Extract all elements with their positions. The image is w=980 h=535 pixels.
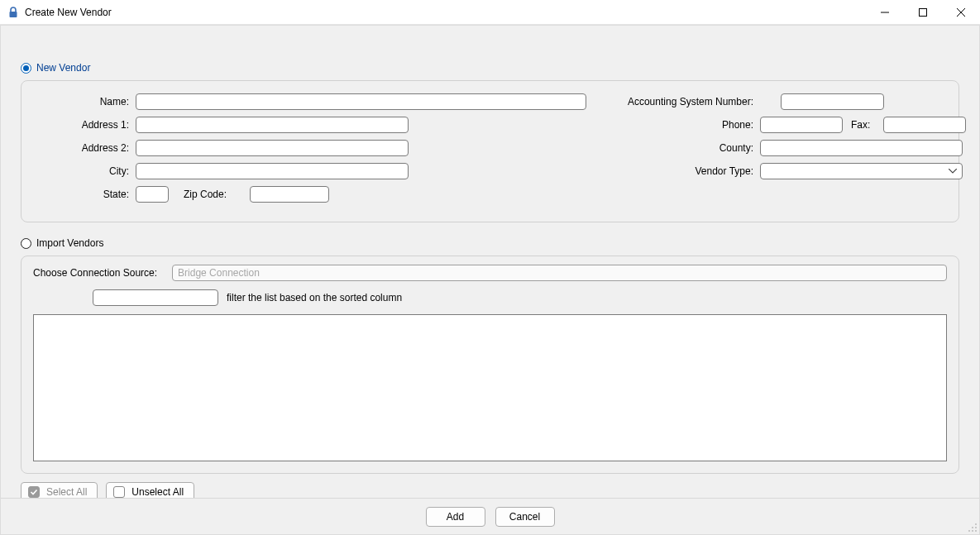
zip-input[interactable] — [250, 186, 329, 203]
filter-input[interactable] — [93, 289, 218, 306]
address2-input[interactable] — [136, 140, 409, 156]
add-button[interactable]: Add — [426, 507, 485, 527]
county-input[interactable] — [760, 140, 963, 156]
acct-label: Accounting System Number: — [619, 96, 760, 107]
client-area: New Vendor Name: Address 1: Address 2: — [0, 25, 980, 535]
select-all-label: Select All — [46, 486, 87, 498]
phone-input[interactable] — [760, 117, 843, 133]
svg-point-10 — [975, 530, 977, 532]
acct-input[interactable] — [781, 93, 884, 110]
connection-source-select[interactable]: Bridge Connection — [172, 265, 947, 281]
fax-label: Fax: — [851, 119, 877, 131]
connection-source-label: Choose Connection Source: — [33, 267, 157, 279]
svg-point-7 — [975, 527, 977, 528]
checkbox-empty-icon — [113, 486, 125, 498]
fax-input[interactable] — [883, 117, 966, 133]
content-area: New Vendor Name: Address 1: Address 2: — [1, 26, 979, 498]
right-column: Accounting System Number: Phone: Fax: Co… — [619, 93, 966, 208]
svg-point-6 — [972, 527, 973, 528]
name-label: Name: — [36, 96, 136, 107]
svg-rect-0 — [10, 12, 17, 17]
filter-hint: filter the list based on the sorted colu… — [227, 292, 402, 303]
vendor-type-select[interactable] — [760, 163, 963, 179]
titlebar: Create New Vendor — [0, 0, 980, 25]
svg-point-5 — [975, 523, 977, 525]
cancel-button[interactable]: Cancel — [495, 507, 555, 527]
state-input[interactable] — [136, 186, 169, 203]
resize-grip-icon[interactable] — [966, 521, 978, 533]
state-label: State: — [36, 189, 136, 200]
address2-label: Address 2: — [36, 142, 136, 154]
checkbox-checked-icon — [28, 486, 40, 498]
phone-label: Phone: — [619, 119, 760, 131]
address1-input[interactable] — [136, 117, 409, 133]
vendor-type-label: Vendor Type: — [619, 165, 760, 177]
import-vendors-group: Choose Connection Source: Bridge Connect… — [21, 256, 959, 474]
window-title: Create New Vendor — [25, 7, 112, 18]
county-label: County: — [619, 142, 760, 154]
new-vendor-radio-row[interactable]: New Vendor — [21, 62, 959, 74]
import-vendors-radio[interactable] — [21, 238, 31, 249]
import-vendors-radio-label: Import Vendors — [36, 237, 103, 249]
city-input[interactable] — [136, 163, 409, 179]
minimize-button[interactable] — [866, 0, 904, 25]
maximize-button[interactable] — [904, 0, 942, 25]
new-vendor-radio[interactable] — [21, 63, 31, 74]
lock-icon — [7, 6, 20, 19]
unselect-all-label: Unselect All — [131, 486, 184, 498]
name-input[interactable] — [136, 93, 586, 110]
new-vendor-group: Name: Address 1: Address 2: City: — [21, 80, 959, 222]
address1-label: Address 1: — [36, 119, 136, 131]
svg-point-9 — [972, 530, 973, 532]
svg-point-8 — [968, 530, 970, 532]
zip-label: Zip Code: — [184, 189, 233, 200]
svg-rect-2 — [920, 8, 927, 16]
footer: Add Cancel — [1, 498, 979, 534]
vendors-list[interactable] — [33, 314, 947, 461]
close-button[interactable] — [942, 0, 980, 25]
city-label: City: — [36, 165, 136, 177]
import-vendors-radio-row[interactable]: Import Vendors — [21, 237, 959, 249]
left-column: Name: Address 1: Address 2: City: — [36, 93, 586, 208]
new-vendor-radio-label: New Vendor — [36, 62, 90, 74]
